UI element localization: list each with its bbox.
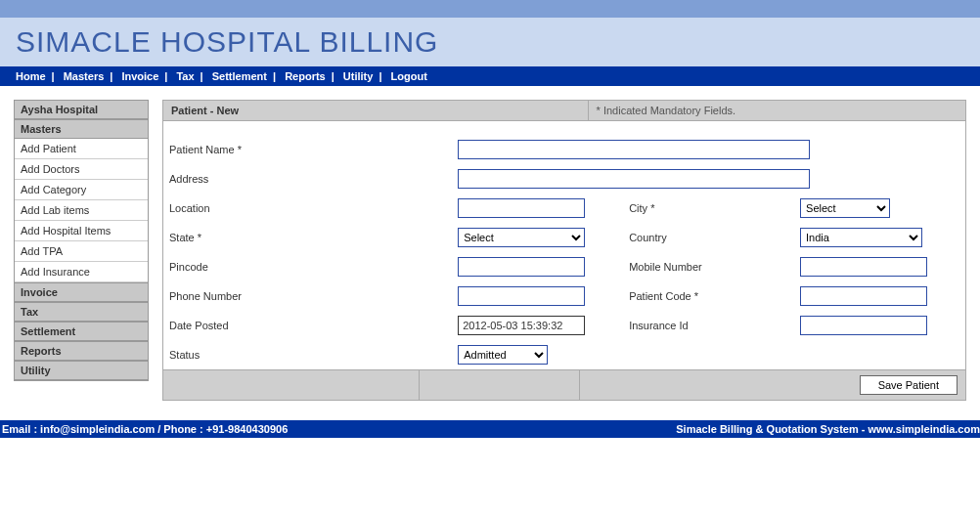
city-select[interactable]: Select <box>800 198 890 218</box>
sidebar-tax-hd[interactable]: Tax <box>15 302 148 322</box>
patient-code-input[interactable] <box>800 286 927 306</box>
panel-hint: * Indicated Mandatory Fields. <box>589 101 965 120</box>
sidebar-item-add-patient[interactable]: Add Patient <box>15 139 148 159</box>
sidebar-settlement-hd[interactable]: Settlement <box>15 322 148 341</box>
sidebar-masters-hd[interactable]: Masters <box>15 119 148 139</box>
label-location: Location <box>163 194 452 223</box>
status-select[interactable]: Admitted <box>458 345 548 365</box>
panel-header: Patient - New * Indicated Mandatory Fiel… <box>163 101 965 121</box>
label-insurance-id: Insurance Id <box>623 311 794 340</box>
label-mobile: Mobile Number <box>623 252 794 281</box>
panel-title: Patient - New <box>163 101 589 120</box>
pincode-input[interactable] <box>458 257 585 277</box>
sidebar-item-add-category[interactable]: Add Category <box>15 180 148 200</box>
nav-home[interactable]: Home <box>16 70 46 82</box>
nav-reports[interactable]: Reports <box>285 70 326 82</box>
sidebar-hospital-name: Aysha Hospital <box>15 101 148 119</box>
footer-contact: Email : info@simpleindia.com / Phone : +… <box>0 423 288 435</box>
button-row: Save Patient <box>163 369 965 400</box>
mobile-input[interactable] <box>800 257 927 277</box>
patient-form-panel: Patient - New * Indicated Mandatory Fiel… <box>162 100 966 401</box>
main-panel: Patient - New * Indicated Mandatory Fiel… <box>162 100 966 401</box>
location-input[interactable] <box>458 198 585 218</box>
sidebar-item-add-hospital-items[interactable]: Add Hospital Items <box>15 221 148 241</box>
sidebar-item-add-lab-items[interactable]: Add Lab items <box>15 200 148 221</box>
form-table: Patient Name * Address Location <box>163 135 965 369</box>
country-select[interactable]: India <box>800 228 922 247</box>
label-city: City * <box>623 194 794 223</box>
nav-masters[interactable]: Masters <box>64 70 105 82</box>
label-pincode: Pincode <box>163 252 452 281</box>
nav-settlement[interactable]: Settlement <box>212 70 267 82</box>
phone-input[interactable] <box>458 286 585 306</box>
save-patient-button[interactable]: Save Patient <box>860 375 958 395</box>
patient-name-input[interactable] <box>458 140 810 159</box>
label-patient-name: Patient Name * <box>163 135 452 164</box>
sidebar-item-add-insurance[interactable]: Add Insurance <box>15 262 148 282</box>
main-container: Aysha Hospital Masters Add Patient Add D… <box>0 86 980 420</box>
sidebar: Aysha Hospital Masters Add Patient Add D… <box>14 100 149 381</box>
header: SIMACLE HOSPITAL BILLING <box>0 18 980 66</box>
insurance-id-input[interactable] <box>800 316 927 335</box>
state-select[interactable]: Select <box>458 228 585 247</box>
app-title: SIMACLE HOSPITAL BILLING <box>16 25 964 59</box>
label-status: Status <box>163 340 452 369</box>
nav-logout[interactable]: Logout <box>391 70 427 82</box>
label-country: Country <box>623 223 794 252</box>
nav-invoice[interactable]: Invoice <box>121 70 158 82</box>
nav-tax[interactable]: Tax <box>176 70 194 82</box>
address-input[interactable] <box>458 169 810 189</box>
sidebar-item-add-doctors[interactable]: Add Doctors <box>15 159 148 180</box>
label-phone: Phone Number <box>163 281 452 311</box>
white-strip <box>163 121 965 135</box>
top-band <box>0 0 980 18</box>
label-address: Address <box>163 164 452 194</box>
footer-product: Simacle Billing & Quotation System - www… <box>676 423 980 435</box>
sidebar-invoice-hd[interactable]: Invoice <box>15 282 148 302</box>
sidebar-reports-hd[interactable]: Reports <box>15 341 148 361</box>
sidebar-utility-hd[interactable]: Utility <box>15 361 148 380</box>
footer: Email : info@simpleindia.com / Phone : +… <box>0 420 980 438</box>
sidebar-item-add-tpa[interactable]: Add TPA <box>15 241 148 262</box>
nav-utility[interactable]: Utility <box>343 70 374 82</box>
label-state: State * <box>163 223 452 252</box>
label-date-posted: Date Posted <box>163 311 452 340</box>
date-posted-input[interactable] <box>458 316 585 335</box>
label-patient-code: Patient Code * <box>623 281 794 311</box>
top-nav: Home| Masters| Invoice| Tax| Settlement|… <box>0 66 980 86</box>
